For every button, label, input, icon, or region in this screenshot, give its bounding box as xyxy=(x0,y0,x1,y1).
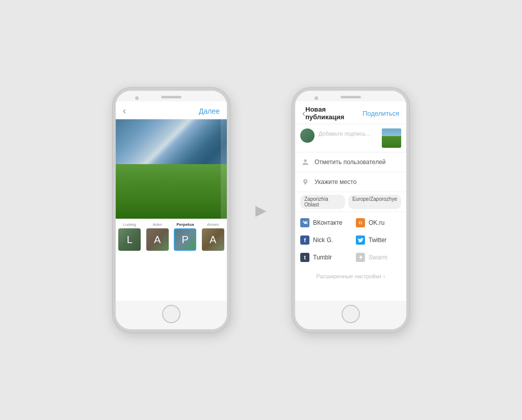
tag-users-label: Отметить пользователей xyxy=(315,159,386,166)
social-grid: ВКонтакте О OK.ru f Nick G. xyxy=(295,212,406,268)
advanced-chevron-icon: › xyxy=(383,273,385,279)
photo-strip xyxy=(221,119,227,219)
photo-landscape xyxy=(116,119,227,219)
caption-row: Добавьте подпись... xyxy=(295,124,406,152)
filter-amaro-thumb[interactable]: A xyxy=(202,228,224,251)
photo-area xyxy=(116,119,227,219)
phone-1-screen: ‹ Далее Ludwig L A xyxy=(116,101,227,301)
social-tw[interactable]: Twitter xyxy=(351,231,406,249)
ok-icon: О xyxy=(356,218,365,227)
sw-icon: ✦ xyxy=(356,253,365,262)
main-scene: ‹ Далее Ludwig L A xyxy=(113,88,409,332)
filter-ludwig[interactable]: Ludwig L xyxy=(116,222,144,251)
filters-bar: Ludwig L Aden A Perpetua P xyxy=(116,219,227,253)
next-button[interactable]: Далее xyxy=(199,107,220,115)
avatar xyxy=(300,128,315,143)
social-sw: ✦ Swarm xyxy=(351,249,406,266)
location-tag-0[interactable]: Zaporizhia Oblast xyxy=(300,195,345,209)
home-button-2[interactable] xyxy=(342,305,360,323)
social-vk[interactable]: ВКонтакте xyxy=(295,214,351,231)
phone-1: ‹ Далее Ludwig L A xyxy=(113,88,230,332)
tw-icon xyxy=(356,235,365,245)
social-ok[interactable]: О OK.ru xyxy=(351,214,406,231)
filter-aden-thumb[interactable]: A xyxy=(146,228,169,251)
fb-icon: f xyxy=(300,235,309,245)
social-fb[interactable]: f Nick G. xyxy=(295,231,351,249)
phone-2-bottom xyxy=(295,301,406,329)
phone-1-bottom xyxy=(116,301,227,329)
tb-label: Tumblr xyxy=(313,254,332,261)
filter-ludwig-label: Ludwig xyxy=(123,222,136,227)
screen2-nav: ‹ Новая публикация Поделиться xyxy=(295,101,406,124)
filter-ludwig-thumb[interactable]: L xyxy=(118,228,141,251)
screen2-title: Новая публикация xyxy=(305,106,362,121)
ok-label: OK.ru xyxy=(369,219,384,226)
home-button-1[interactable] xyxy=(162,305,180,323)
location-tag-1[interactable]: Europe/Zaporozhye xyxy=(348,195,401,209)
caption-input[interactable]: Добавьте подпись... xyxy=(319,128,378,137)
vk-label: ВКонтакте xyxy=(313,219,343,226)
filter-perpetua-thumb[interactable]: P xyxy=(174,228,196,251)
filter-amaro[interactable]: Amaro A xyxy=(199,222,227,251)
tb-icon: t xyxy=(300,253,309,262)
person-icon xyxy=(300,157,310,167)
preview-thumbnail xyxy=(382,128,401,148)
advanced-settings-row[interactable]: Расширенные настройки › xyxy=(295,268,406,284)
filter-aden-label: Aden xyxy=(152,222,162,227)
location-label: Укажите место xyxy=(315,178,356,186)
camera-dot xyxy=(135,96,139,100)
filter-amaro-label: Amaro xyxy=(207,222,219,227)
fb-label: Nick G. xyxy=(313,237,333,244)
social-tb[interactable]: t Tumblr xyxy=(295,249,351,266)
phone-2: ‹ Новая публикация Поделиться Добавьте п… xyxy=(292,88,409,332)
back-button[interactable]: ‹ xyxy=(123,106,126,116)
phone-1-top xyxy=(116,91,227,101)
filter-perpetua-label: Perpetua xyxy=(176,222,194,227)
speaker xyxy=(161,96,181,98)
tw-label: Twitter xyxy=(369,237,386,244)
phone-2-top xyxy=(295,91,406,101)
advanced-settings-label: Расширенные настройки xyxy=(317,273,381,279)
vk-icon xyxy=(300,218,309,227)
location-tags: Zaporizhia Oblast Europe/Zaporozhye xyxy=(295,192,406,212)
location-row[interactable]: Укажите место xyxy=(295,172,406,192)
photo-grass xyxy=(116,164,227,219)
location-icon xyxy=(300,177,310,187)
speaker-2 xyxy=(341,96,361,98)
phone-2-screen: ‹ Новая публикация Поделиться Добавьте п… xyxy=(295,101,406,301)
sw-label: Swarm xyxy=(369,254,387,261)
screen1-nav: ‹ Далее xyxy=(116,101,227,119)
share-button[interactable]: Поделиться xyxy=(362,110,399,117)
tag-users-row[interactable]: Отметить пользователей xyxy=(295,152,406,172)
arrow: ▶ xyxy=(255,202,267,219)
camera-dot-2 xyxy=(315,96,318,100)
filter-perpetua[interactable]: Perpetua P xyxy=(171,222,199,251)
filter-aden[interactable]: Aden A xyxy=(144,222,172,251)
